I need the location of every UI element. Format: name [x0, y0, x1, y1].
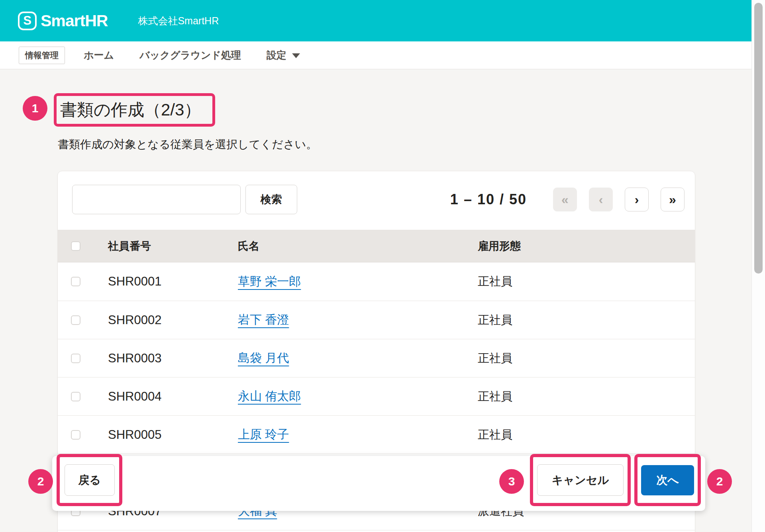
- cancel-annotation-box: キャンセル: [530, 454, 631, 506]
- app-header: S SmartHR 株式会社SmartHR: [0, 0, 751, 41]
- table-row: SHR0001 草野 栄一郎 正社員: [58, 262, 695, 301]
- annotation-step-2-next: 2: [707, 469, 732, 494]
- nav-item-settings-label: 設定: [267, 49, 286, 61]
- page-title: 書類の作成（2/3）: [57, 99, 201, 121]
- employment-type: 正社員: [478, 427, 695, 443]
- employee-id: SHR0005: [108, 428, 238, 442]
- smarthr-window: S SmartHR 株式会社SmartHR 情報管理 ホーム バックグラウンド処…: [0, 0, 765, 532]
- table-row: SHR0002 岩下 香澄 正社員: [58, 301, 695, 339]
- row-checkbox[interactable]: [71, 354, 80, 363]
- scrollbar-thumb[interactable]: [754, 3, 763, 274]
- annotation-step-2-back: 2: [28, 469, 53, 494]
- table-row: [58, 530, 695, 532]
- annotation-step-3-cancel: 3: [499, 469, 524, 494]
- global-nav: 情報管理 ホーム バックグラウンド処理 設定: [0, 41, 751, 69]
- employee-name-link[interactable]: 島袋 月代: [238, 351, 289, 364]
- pagination-prev-button: ‹: [589, 188, 613, 211]
- employee-name-link[interactable]: 上原 玲子: [238, 428, 289, 441]
- pagination-last-button[interactable]: »: [661, 188, 685, 211]
- pagination-next-button[interactable]: ›: [625, 188, 649, 211]
- back-button[interactable]: 戻る: [65, 464, 115, 496]
- annotation-step-1: 1: [23, 96, 47, 121]
- table-row: SHR0004 永山 侑太郎 正社員: [58, 377, 695, 415]
- row-checkbox[interactable]: [71, 315, 80, 325]
- next-button[interactable]: 次へ: [641, 465, 694, 495]
- back-annotation-box: 戻る: [57, 454, 122, 506]
- app-badge-info-management: 情報管理: [19, 47, 65, 64]
- employee-id: SHR0002: [108, 313, 238, 327]
- employee-name-link[interactable]: 岩下 香澄: [238, 313, 289, 326]
- nav-item-settings[interactable]: 設定: [267, 49, 300, 62]
- row-checkbox[interactable]: [71, 392, 80, 401]
- table-row: SHR0005 上原 玲子 正社員: [58, 415, 695, 454]
- select-all-checkbox[interactable]: [71, 241, 80, 251]
- pagination-first-button: «: [553, 188, 577, 211]
- row-checkbox[interactable]: [71, 430, 80, 440]
- annotation-step-2-next-label: 2: [716, 475, 723, 488]
- employment-type: 正社員: [478, 274, 695, 289]
- employment-type: 正社員: [478, 389, 695, 405]
- employee-name-link[interactable]: 永山 侑太郎: [238, 389, 301, 403]
- column-header-employment-type: 雇用形態: [478, 239, 695, 253]
- employee-id: SHR0001: [108, 274, 238, 289]
- title-annotation-box: 書類の作成（2/3）: [54, 93, 215, 127]
- chevron-down-icon: [292, 53, 300, 58]
- pagination-range: 1 – 10 / 50: [450, 191, 527, 208]
- nav-item-home[interactable]: ホーム: [84, 49, 114, 62]
- smarthr-logo[interactable]: S SmartHR: [18, 12, 108, 30]
- smarthr-logo-icon: S: [18, 12, 37, 30]
- company-name: 株式会社SmartHR: [138, 14, 219, 27]
- nav-item-background-jobs[interactable]: バックグラウンド処理: [139, 49, 241, 62]
- employee-id: SHR0004: [108, 389, 238, 404]
- annotation-step-1-label: 1: [32, 102, 39, 115]
- annotation-step-2-back-label: 2: [37, 475, 44, 488]
- cancel-button[interactable]: キャンセル: [537, 464, 624, 496]
- scrollbar-track[interactable]: [751, 0, 765, 532]
- action-footer: 戻る キャンセル 次へ: [52, 456, 705, 511]
- search-button[interactable]: 検索: [245, 185, 297, 214]
- column-header-employee-id: 社員番号: [108, 239, 238, 253]
- next-annotation-box: 次へ: [634, 454, 701, 506]
- table-header-row: 社員番号 氏名 雇用形態: [58, 230, 695, 262]
- row-checkbox[interactable]: [71, 277, 80, 286]
- table-row: SHR0003 島袋 月代 正社員: [58, 339, 695, 377]
- employee-id: SHR0003: [108, 351, 238, 366]
- column-header-name: 氏名: [238, 239, 478, 253]
- employee-name-link[interactable]: 草野 栄一郎: [238, 275, 301, 288]
- smarthr-logo-text: SmartHR: [41, 12, 108, 30]
- search-input[interactable]: [72, 185, 241, 214]
- pagination: 1 – 10 / 50 « ‹ › »: [450, 185, 685, 214]
- employment-type: 正社員: [478, 312, 695, 328]
- table-toolbar: 検索 1 – 10 / 50 « ‹ › »: [58, 171, 695, 230]
- employment-type: 正社員: [478, 350, 695, 366]
- annotation-step-3-cancel-label: 3: [508, 475, 515, 488]
- page-subtitle: 書類作成の対象となる従業員を選択してください。: [58, 137, 317, 152]
